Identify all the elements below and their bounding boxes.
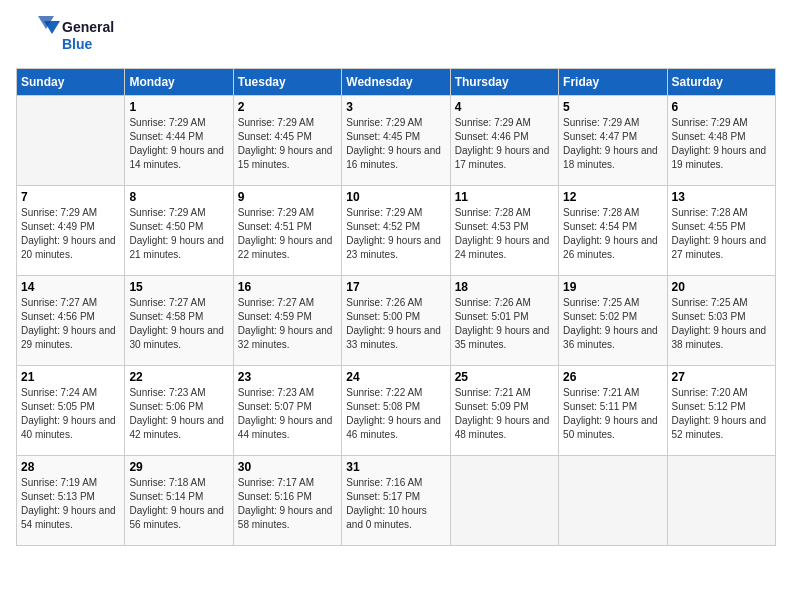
- day-info: Sunrise: 7:29 AMSunset: 4:50 PMDaylight:…: [129, 206, 228, 262]
- day-number: 26: [563, 370, 662, 384]
- day-cell: 28Sunrise: 7:19 AMSunset: 5:13 PMDayligh…: [17, 456, 125, 546]
- header-cell-thursday: Thursday: [450, 69, 558, 96]
- day-info: Sunrise: 7:26 AMSunset: 5:00 PMDaylight:…: [346, 296, 445, 352]
- day-cell: 14Sunrise: 7:27 AMSunset: 4:56 PMDayligh…: [17, 276, 125, 366]
- week-row-1: 1Sunrise: 7:29 AMSunset: 4:44 PMDaylight…: [17, 96, 776, 186]
- day-info: Sunrise: 7:29 AMSunset: 4:49 PMDaylight:…: [21, 206, 120, 262]
- day-cell: 1Sunrise: 7:29 AMSunset: 4:44 PMDaylight…: [125, 96, 233, 186]
- day-cell: 11Sunrise: 7:28 AMSunset: 4:53 PMDayligh…: [450, 186, 558, 276]
- day-info: Sunrise: 7:26 AMSunset: 5:01 PMDaylight:…: [455, 296, 554, 352]
- day-info: Sunrise: 7:24 AMSunset: 5:05 PMDaylight:…: [21, 386, 120, 442]
- day-info: Sunrise: 7:22 AMSunset: 5:08 PMDaylight:…: [346, 386, 445, 442]
- day-info: Sunrise: 7:16 AMSunset: 5:17 PMDaylight:…: [346, 476, 445, 532]
- day-number: 21: [21, 370, 120, 384]
- day-info: Sunrise: 7:21 AMSunset: 5:09 PMDaylight:…: [455, 386, 554, 442]
- day-info: Sunrise: 7:25 AMSunset: 5:03 PMDaylight:…: [672, 296, 771, 352]
- day-number: 9: [238, 190, 337, 204]
- header-cell-friday: Friday: [559, 69, 667, 96]
- day-number: 18: [455, 280, 554, 294]
- day-cell: 24Sunrise: 7:22 AMSunset: 5:08 PMDayligh…: [342, 366, 450, 456]
- logo-svg: [16, 16, 60, 56]
- day-cell: 5Sunrise: 7:29 AMSunset: 4:47 PMDaylight…: [559, 96, 667, 186]
- day-cell: [559, 456, 667, 546]
- day-cell: 27Sunrise: 7:20 AMSunset: 5:12 PMDayligh…: [667, 366, 775, 456]
- day-cell: [450, 456, 558, 546]
- day-number: 15: [129, 280, 228, 294]
- day-info: Sunrise: 7:17 AMSunset: 5:16 PMDaylight:…: [238, 476, 337, 532]
- day-info: Sunrise: 7:20 AMSunset: 5:12 PMDaylight:…: [672, 386, 771, 442]
- day-number: 16: [238, 280, 337, 294]
- calendar-table: SundayMondayTuesdayWednesdayThursdayFrid…: [16, 68, 776, 546]
- logo: General Blue: [16, 16, 114, 56]
- header-cell-saturday: Saturday: [667, 69, 775, 96]
- day-cell: 7Sunrise: 7:29 AMSunset: 4:49 PMDaylight…: [17, 186, 125, 276]
- day-cell: 30Sunrise: 7:17 AMSunset: 5:16 PMDayligh…: [233, 456, 341, 546]
- day-number: 4: [455, 100, 554, 114]
- day-info: Sunrise: 7:23 AMSunset: 5:07 PMDaylight:…: [238, 386, 337, 442]
- week-row-5: 28Sunrise: 7:19 AMSunset: 5:13 PMDayligh…: [17, 456, 776, 546]
- day-cell: 4Sunrise: 7:29 AMSunset: 4:46 PMDaylight…: [450, 96, 558, 186]
- day-cell: 29Sunrise: 7:18 AMSunset: 5:14 PMDayligh…: [125, 456, 233, 546]
- day-info: Sunrise: 7:29 AMSunset: 4:46 PMDaylight:…: [455, 116, 554, 172]
- day-cell: 10Sunrise: 7:29 AMSunset: 4:52 PMDayligh…: [342, 186, 450, 276]
- day-cell: 17Sunrise: 7:26 AMSunset: 5:00 PMDayligh…: [342, 276, 450, 366]
- day-cell: 20Sunrise: 7:25 AMSunset: 5:03 PMDayligh…: [667, 276, 775, 366]
- day-number: 13: [672, 190, 771, 204]
- day-info: Sunrise: 7:28 AMSunset: 4:55 PMDaylight:…: [672, 206, 771, 262]
- header-row: SundayMondayTuesdayWednesdayThursdayFrid…: [17, 69, 776, 96]
- day-number: 30: [238, 460, 337, 474]
- day-cell: 12Sunrise: 7:28 AMSunset: 4:54 PMDayligh…: [559, 186, 667, 276]
- day-cell: 19Sunrise: 7:25 AMSunset: 5:02 PMDayligh…: [559, 276, 667, 366]
- day-number: 2: [238, 100, 337, 114]
- day-cell: 23Sunrise: 7:23 AMSunset: 5:07 PMDayligh…: [233, 366, 341, 456]
- day-number: 1: [129, 100, 228, 114]
- day-info: Sunrise: 7:28 AMSunset: 4:53 PMDaylight:…: [455, 206, 554, 262]
- week-row-2: 7Sunrise: 7:29 AMSunset: 4:49 PMDaylight…: [17, 186, 776, 276]
- page-header: General Blue: [16, 16, 776, 56]
- day-number: 29: [129, 460, 228, 474]
- day-cell: 25Sunrise: 7:21 AMSunset: 5:09 PMDayligh…: [450, 366, 558, 456]
- logo-general-text: General: [62, 19, 114, 36]
- day-info: Sunrise: 7:23 AMSunset: 5:06 PMDaylight:…: [129, 386, 228, 442]
- day-number: 3: [346, 100, 445, 114]
- day-info: Sunrise: 7:29 AMSunset: 4:48 PMDaylight:…: [672, 116, 771, 172]
- day-cell: 8Sunrise: 7:29 AMSunset: 4:50 PMDaylight…: [125, 186, 233, 276]
- day-number: 10: [346, 190, 445, 204]
- day-number: 8: [129, 190, 228, 204]
- week-row-4: 21Sunrise: 7:24 AMSunset: 5:05 PMDayligh…: [17, 366, 776, 456]
- week-row-3: 14Sunrise: 7:27 AMSunset: 4:56 PMDayligh…: [17, 276, 776, 366]
- day-info: Sunrise: 7:27 AMSunset: 4:58 PMDaylight:…: [129, 296, 228, 352]
- day-cell: 13Sunrise: 7:28 AMSunset: 4:55 PMDayligh…: [667, 186, 775, 276]
- day-info: Sunrise: 7:28 AMSunset: 4:54 PMDaylight:…: [563, 206, 662, 262]
- day-cell: 2Sunrise: 7:29 AMSunset: 4:45 PMDaylight…: [233, 96, 341, 186]
- day-info: Sunrise: 7:29 AMSunset: 4:44 PMDaylight:…: [129, 116, 228, 172]
- day-cell: [17, 96, 125, 186]
- day-number: 5: [563, 100, 662, 114]
- day-cell: 9Sunrise: 7:29 AMSunset: 4:51 PMDaylight…: [233, 186, 341, 276]
- day-info: Sunrise: 7:29 AMSunset: 4:47 PMDaylight:…: [563, 116, 662, 172]
- day-number: 23: [238, 370, 337, 384]
- day-number: 17: [346, 280, 445, 294]
- header-cell-wednesday: Wednesday: [342, 69, 450, 96]
- day-info: Sunrise: 7:18 AMSunset: 5:14 PMDaylight:…: [129, 476, 228, 532]
- day-cell: 21Sunrise: 7:24 AMSunset: 5:05 PMDayligh…: [17, 366, 125, 456]
- day-info: Sunrise: 7:29 AMSunset: 4:45 PMDaylight:…: [346, 116, 445, 172]
- header-cell-tuesday: Tuesday: [233, 69, 341, 96]
- day-cell: [667, 456, 775, 546]
- day-info: Sunrise: 7:29 AMSunset: 4:52 PMDaylight:…: [346, 206, 445, 262]
- day-number: 7: [21, 190, 120, 204]
- day-number: 25: [455, 370, 554, 384]
- day-number: 11: [455, 190, 554, 204]
- day-number: 31: [346, 460, 445, 474]
- day-number: 27: [672, 370, 771, 384]
- day-cell: 22Sunrise: 7:23 AMSunset: 5:06 PMDayligh…: [125, 366, 233, 456]
- day-cell: 15Sunrise: 7:27 AMSunset: 4:58 PMDayligh…: [125, 276, 233, 366]
- day-cell: 31Sunrise: 7:16 AMSunset: 5:17 PMDayligh…: [342, 456, 450, 546]
- day-number: 20: [672, 280, 771, 294]
- day-cell: 3Sunrise: 7:29 AMSunset: 4:45 PMDaylight…: [342, 96, 450, 186]
- day-number: 14: [21, 280, 120, 294]
- day-info: Sunrise: 7:27 AMSunset: 4:56 PMDaylight:…: [21, 296, 120, 352]
- day-cell: 6Sunrise: 7:29 AMSunset: 4:48 PMDaylight…: [667, 96, 775, 186]
- day-info: Sunrise: 7:19 AMSunset: 5:13 PMDaylight:…: [21, 476, 120, 532]
- day-cell: 18Sunrise: 7:26 AMSunset: 5:01 PMDayligh…: [450, 276, 558, 366]
